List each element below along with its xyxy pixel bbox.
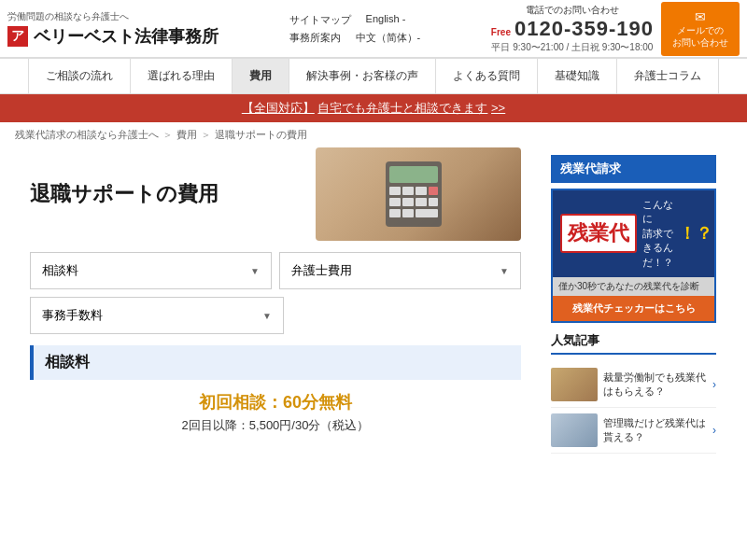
content-wrapper: 退職サポートの費用: [0, 147, 747, 461]
nav-item-column[interactable]: 弁護士コラム: [617, 59, 719, 93]
nav-item-reason[interactable]: 選ばれる理由: [131, 59, 233, 93]
phone-area: 電話でのお問い合わせ Free 0120-359-190 平日 9:30〜21:…: [491, 4, 654, 54]
overtime-badge: 残業代: [560, 214, 637, 253]
promo-banner[interactable]: 【全国対応】 自宅でも弁護士と相談できます >>: [0, 94, 747, 122]
chevron-down-icon: ▼: [250, 266, 260, 276]
svg-rect-12: [416, 209, 438, 217]
chinese-link[interactable]: 中文（简体）-: [356, 31, 421, 45]
logo-text: ベリーベスト法律事務所: [34, 25, 218, 48]
nav-item-cases[interactable]: 解決事例・お客様の声: [289, 59, 436, 93]
contact-area: 電話でのお問い合わせ Free 0120-359-190 平日 9:30〜21:…: [491, 2, 740, 56]
sidebar-section-title: 残業代請求: [551, 155, 716, 183]
nav-links-top: サイトマップ English - 事務所案内 中文（简体）-: [289, 13, 421, 45]
logo-area: 労働問題の相談なら弁護士へ ア ベリーベスト法律事務所: [7, 10, 218, 48]
mail-button[interactable]: ✉ メールでのお問い合わせ: [661, 2, 740, 56]
svg-rect-7: [402, 198, 414, 206]
exclamation-icon: ！？: [679, 222, 712, 245]
svg-rect-4: [416, 187, 427, 195]
svg-rect-3: [402, 187, 414, 195]
overtime-claim: こんなに請求できるんだ！？: [642, 198, 673, 270]
sidebar: 残業代請求 残業代 こんなに請求できるんだ！？ ！？ 僅か30秒であなたの残業代…: [551, 147, 724, 461]
popular-item-1[interactable]: 裁量労働制でも残業代はもらえる？ ›: [551, 362, 716, 408]
accordion-lawyer-fee[interactable]: 弁護士費用 ▼: [279, 252, 521, 289]
phone-label: 電話でのお問い合わせ: [491, 4, 654, 17]
nav-item-faq[interactable]: よくある質問: [436, 59, 538, 93]
banner-suffix: >>: [491, 101, 505, 115]
svg-rect-5: [429, 187, 438, 195]
accordion-office-fee[interactable]: 事務手数料 ▼: [30, 297, 284, 334]
nav-item-flow[interactable]: ご相談の流れ: [28, 59, 131, 93]
hero-title-area: 退職サポートの費用: [30, 147, 316, 241]
svg-rect-2: [389, 187, 401, 195]
chevron-right-icon: ›: [712, 378, 716, 391]
main-nav: ご相談の流れ 選ばれる理由 費用 解決事例・お客様の声 よくある質問 基礎知識 …: [0, 58, 747, 94]
popular-item-1-image: [551, 368, 598, 401]
popular-item-2-image: [551, 413, 598, 447]
hero: 退職サポートの費用: [30, 147, 521, 241]
phone-free: Free: [491, 27, 511, 37]
free-consultation-label: 初回相談：60分無料: [30, 391, 521, 413]
top-bar: 労働問題の相談なら弁護士へ ア ベリーベスト法律事務所 サイトマップ Engli…: [0, 0, 747, 58]
accordion-grid: 相談料 ▼ 弁護士費用 ▼: [30, 252, 521, 289]
accordion-consultation[interactable]: 相談料 ▼: [30, 252, 272, 289]
accordion-office-fee-label: 事務手数料: [42, 307, 103, 324]
english-link[interactable]: English -: [366, 13, 406, 27]
office-link[interactable]: 事務所案内: [289, 31, 341, 45]
phone-number: 0120-359-190: [514, 17, 654, 41]
mail-icon: ✉: [672, 9, 728, 24]
phone-hours: 平日 9:30〜21:00 / 土日祝 9:30〜18:00: [491, 41, 654, 54]
consultation-detail: 2回目以降：5,500円/30分（税込）: [30, 417, 521, 434]
banner-prefix: 【全国対応】: [242, 101, 315, 115]
sidebar-promo-sub: 僅か30秒であなたの残業代を診断: [553, 277, 714, 296]
calculator-icon: [376, 157, 460, 231]
section-heading-label: 相談料: [45, 354, 90, 370]
popular-item-1-text: 裁量労働制でも残業代はもらえる？: [603, 371, 707, 399]
sidebar-promo-content: 残業代 こんなに請求できるんだ！？ ！？: [553, 190, 714, 277]
svg-rect-6: [389, 198, 401, 206]
svg-rect-10: [389, 209, 401, 217]
nav-item-knowledge[interactable]: 基礎知識: [538, 59, 617, 93]
sitemap-link[interactable]: サイトマップ: [289, 13, 351, 27]
popular-item-2-text: 管理職だけど残業代は貰える？: [603, 416, 707, 445]
hero-image: [316, 147, 521, 241]
breadcrumb: 残業代請求の相談なら弁護士へ ＞ 費用 ＞ 退職サポートの費用: [0, 122, 747, 147]
consultation-content: 初回相談：60分無料 2回目以降：5,500円/30分（税込）: [30, 391, 521, 434]
chevron-right-icon: ›: [712, 424, 716, 437]
accordion-consultation-label: 相談料: [42, 262, 78, 279]
svg-rect-11: [402, 209, 414, 217]
svg-rect-1: [389, 166, 438, 183]
breadcrumb-current: 退職サポートの費用: [215, 128, 307, 142]
tagline: 労働問題の相談なら弁護士へ: [7, 10, 218, 23]
sidebar-promo-btn[interactable]: 残業代チェッカーはこちら: [553, 296, 714, 321]
overtime-badge-text: 残業代: [560, 214, 637, 253]
banner-main: 自宅でも弁護士と相談できます: [317, 101, 487, 115]
chevron-down-icon: ▼: [262, 311, 272, 321]
svg-rect-8: [416, 198, 427, 206]
breadcrumb-cost[interactable]: 費用: [176, 128, 197, 142]
accordion-lawyer-fee-label: 弁護士費用: [291, 262, 352, 279]
popular-item-2[interactable]: 管理職だけど残業代は貰える？ ›: [551, 408, 716, 454]
logo-icon: ア: [7, 26, 28, 47]
main-content: 退職サポートの費用: [0, 147, 551, 461]
breadcrumb-home[interactable]: 残業代請求の相談なら弁護士へ: [15, 128, 159, 142]
section-heading-consultation: 相談料: [30, 345, 521, 380]
popular-title: 人気記事: [551, 332, 716, 355]
svg-rect-9: [429, 198, 438, 206]
mail-label: メールでのお問い合わせ: [672, 24, 728, 49]
chevron-down-icon: ▼: [500, 266, 509, 276]
nav-item-cost[interactable]: 費用: [233, 59, 289, 93]
sidebar-promo-box: 残業代 こんなに請求できるんだ！？ ！？ 僅か30秒であなたの残業代を診断 残業…: [551, 189, 716, 323]
breadcrumb-sep1: ＞: [162, 128, 173, 142]
page-title: 退職サポートの費用: [30, 180, 218, 208]
breadcrumb-sep2: ＞: [201, 128, 211, 142]
